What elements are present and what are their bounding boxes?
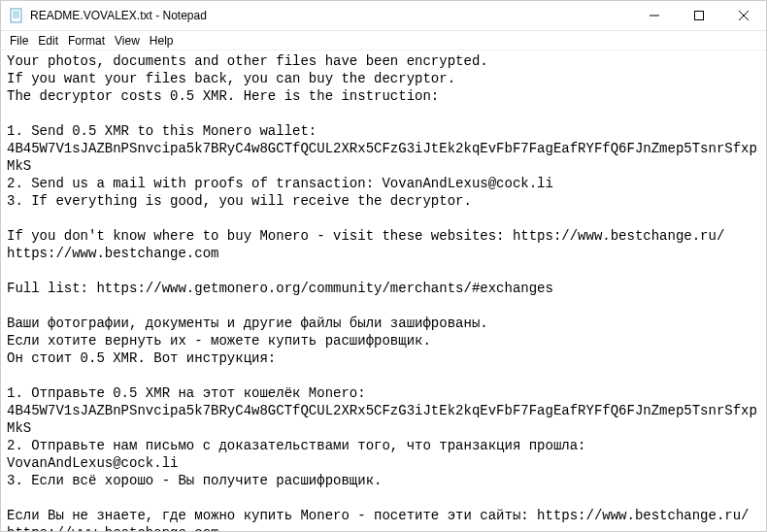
window-title: README.VOVALEX.txt - Notepad: [30, 9, 207, 22]
maximize-button[interactable]: [677, 1, 721, 30]
window-titlebar: README.VOVALEX.txt - Notepad: [1, 1, 766, 31]
menu-edit[interactable]: Edit: [33, 34, 63, 48]
close-button[interactable]: [721, 1, 766, 30]
text-area[interactable]: Your photos, documents and other files h…: [1, 50, 766, 531]
menu-help[interactable]: Help: [145, 34, 179, 48]
menu-format[interactable]: Format: [63, 34, 110, 48]
svg-rect-6: [695, 12, 704, 20]
menubar: File Edit Format View Help: [1, 31, 766, 50]
menu-file[interactable]: File: [5, 34, 33, 48]
notepad-icon: [9, 8, 24, 23]
menu-view[interactable]: View: [110, 34, 145, 48]
window-controls: [632, 1, 766, 30]
minimize-button[interactable]: [632, 1, 677, 30]
titlebar-left: README.VOVALEX.txt - Notepad: [1, 8, 207, 23]
